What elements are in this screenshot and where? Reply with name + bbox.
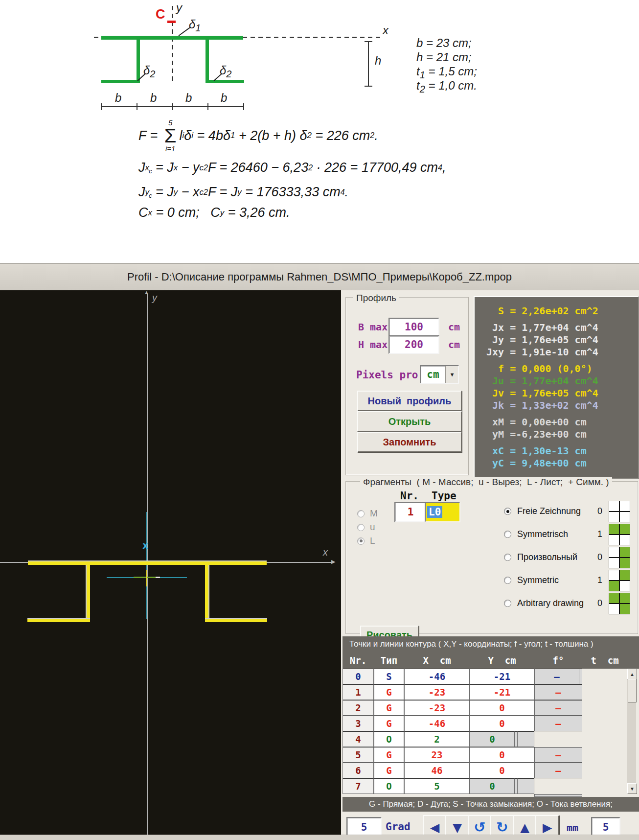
cell-tip[interactable]: S <box>374 669 404 684</box>
cell-x[interactable]: 5 <box>404 778 470 794</box>
radio-icon[interactable] <box>504 554 511 561</box>
h-max-input[interactable]: 200 <box>388 335 439 354</box>
mode-option[interactable]: Arbitrary drawing0 <box>504 592 632 615</box>
table-row[interactable]: 4O2––0 <box>342 731 627 747</box>
profile-group-label: Профиль <box>353 293 399 303</box>
centroid-mark <box>167 21 176 23</box>
fragment-type-value: L0 <box>427 506 442 518</box>
radio-icon[interactable] <box>504 531 511 538</box>
profile-right-bottom-flange <box>205 80 244 83</box>
fragment-kind-L[interactable]: L <box>357 536 375 546</box>
radio-icon[interactable] <box>357 537 365 545</box>
col-tip: Тип <box>374 652 404 669</box>
cell-x[interactable]: -23 <box>404 700 470 716</box>
table-row[interactable]: 0S-46-21–– <box>342 669 627 684</box>
quadrant-icon <box>609 547 630 568</box>
cell-y[interactable]: -21 <box>470 669 534 684</box>
fragment-type-input[interactable]: L0 <box>425 502 460 522</box>
table-scrollbar[interactable]: ▲ ▼ <box>627 669 636 794</box>
cell-nr[interactable]: 6 <box>342 763 374 778</box>
drawing-canvas[interactable]: ▲ y ▶ x x <box>0 290 341 835</box>
table-row[interactable]: 2G-230–1 <box>342 700 627 716</box>
cell-y[interactable]: 0 <box>470 747 534 763</box>
cell-tip[interactable]: G <box>374 716 404 731</box>
centroid-crosshair-white <box>156 577 160 578</box>
b-max-input[interactable]: 100 <box>388 318 439 336</box>
h-max-unit: cm <box>448 339 460 350</box>
cell-t[interactable]: 0 <box>470 731 515 747</box>
fragment-nr-value: 1 <box>408 506 414 518</box>
radio-icon[interactable] <box>357 510 365 517</box>
cell-tip[interactable]: G <box>374 684 404 700</box>
cell-y[interactable]: 0 <box>470 716 534 731</box>
cell-t[interactable]: 0 <box>470 778 515 794</box>
cell-f[interactable]: – <box>534 716 582 731</box>
cell-nr[interactable]: 0 <box>342 669 374 684</box>
table-row[interactable]: 1G-23-21–1 <box>342 684 627 700</box>
quadrant-icon <box>609 570 630 591</box>
cell-y[interactable]: -21 <box>470 684 534 700</box>
table-header-row: Nr. Тип X cm Y cm f° t cm <box>342 652 639 669</box>
centroid-crosshair-v <box>146 570 147 586</box>
table-row[interactable]: 3G-460–1,5 <box>342 716 627 731</box>
cell-tip[interactable]: O <box>374 731 404 747</box>
cell-x[interactable]: -46 <box>404 669 470 684</box>
title-bar[interactable]: Profil - D:\Описание программы Rahmen_DS… <box>0 264 639 290</box>
mode-option[interactable]: Symmetric1 <box>504 569 632 592</box>
cell-tip[interactable]: G <box>374 700 404 716</box>
radio-icon[interactable] <box>504 508 511 515</box>
cell-f[interactable]: – <box>534 700 582 716</box>
cell-nr[interactable]: 4 <box>342 731 374 747</box>
fragments-group-label: Фрагменты ( M - Массив; u - Вырез; L - Л… <box>360 477 612 488</box>
canvas-left-bottom-flange <box>27 618 90 622</box>
cell-nr[interactable]: 1 <box>342 684 374 700</box>
cell-x[interactable]: 2 <box>404 731 470 747</box>
open-button[interactable]: Открыть <box>357 411 462 432</box>
pixels-unit-dropdown[interactable]: cm ▼ <box>420 365 459 384</box>
mode-option[interactable]: Freie Zeichnung0 <box>504 500 632 523</box>
h-dim-tick-top <box>365 41 372 42</box>
formula-line: Jxc = Jx − yc2F = 26460 − 6,232 · 226 = … <box>138 160 446 175</box>
grad-label: Grad <box>386 821 411 833</box>
scroll-thumb[interactable] <box>628 679 637 702</box>
cell-f[interactable]: – <box>534 763 582 778</box>
radio-icon[interactable] <box>504 577 511 584</box>
fragment-kind-M[interactable]: M <box>357 509 378 518</box>
cell-x[interactable]: -46 <box>404 716 470 731</box>
profile-left-bottom-flange <box>101 80 140 83</box>
cell-y[interactable]: 0 <box>470 763 534 778</box>
cell-x[interactable]: 23 <box>404 747 470 763</box>
table-row[interactable]: 5G230–1,5 <box>342 747 627 763</box>
cell-tip[interactable]: O <box>374 778 404 794</box>
cell-x[interactable]: 46 <box>404 763 470 778</box>
new-profile-button[interactable]: Новый профиль <box>357 391 462 411</box>
cell-f[interactable]: – <box>534 684 582 700</box>
fragment-nr-input[interactable]: 1 <box>394 502 427 522</box>
cell-nr[interactable]: 3 <box>342 716 374 731</box>
save-button[interactable]: Запомнить <box>357 432 462 452</box>
scroll-down-icon[interactable]: ▼ <box>627 783 637 794</box>
scroll-up-icon[interactable]: ▲ <box>627 669 637 679</box>
table-row[interactable]: 6G460–1,5 <box>342 763 627 778</box>
radio-icon[interactable] <box>357 524 365 531</box>
table-title: Точки и линии контура ( X,Y - координаты… <box>349 639 593 649</box>
table-row[interactable]: 7O5––0 <box>342 778 627 794</box>
cell-y[interactable]: 0 <box>470 700 534 716</box>
cell-nr[interactable]: 7 <box>342 778 374 794</box>
cell-x[interactable]: -23 <box>404 684 470 700</box>
radio-icon[interactable] <box>504 600 511 607</box>
page: { "figure": { "labels": { "c": "C", "y":… <box>0 0 639 840</box>
cell-tip[interactable]: G <box>374 747 404 763</box>
cell-nr[interactable]: 2 <box>342 700 374 716</box>
mode-label: Freie Zeichnung <box>517 506 591 516</box>
dropdown-arrow-icon[interactable]: ▼ <box>445 366 458 383</box>
result-line: yM =-6,23e+00 cm <box>477 428 636 441</box>
cell-t[interactable]: – <box>534 669 579 684</box>
cell-f[interactable]: – <box>534 747 582 763</box>
cell-nr[interactable]: 5 <box>342 747 374 763</box>
result-line: Ju = 1,77e+04 cm^4 <box>477 375 636 387</box>
mode-option[interactable]: Symmetrisch1 <box>504 523 632 546</box>
mode-option[interactable]: Произвольный0 <box>504 546 632 569</box>
fragment-kind-u[interactable]: u <box>357 522 375 532</box>
cell-tip[interactable]: G <box>374 763 404 778</box>
